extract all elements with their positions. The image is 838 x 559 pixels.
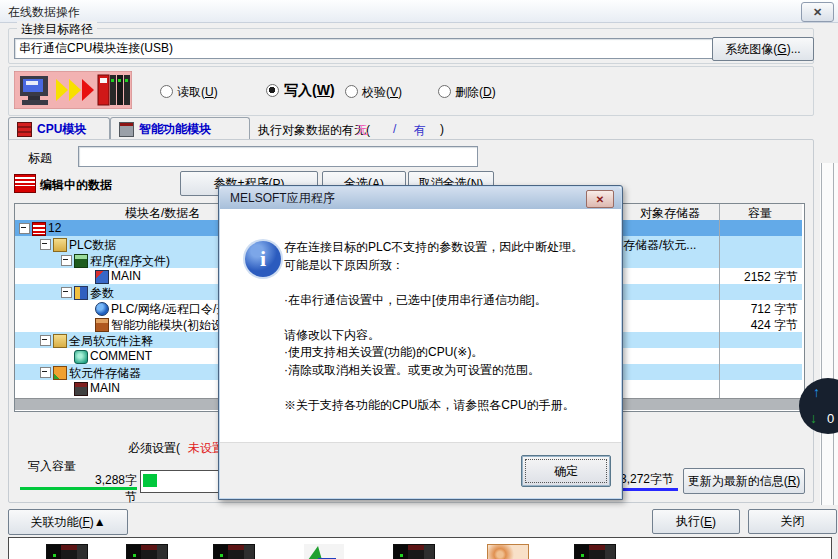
- melsoft-dialog-close-button[interactable]: ✕: [586, 190, 614, 208]
- required-setting-prefix: 必须设置(: [128, 440, 180, 457]
- title-field-input[interactable]: [78, 146, 478, 167]
- background-window-border: [821, 163, 822, 505]
- cpu-module-icon: [17, 122, 32, 137]
- plc-write-icon[interactable]: [126, 544, 168, 559]
- exec-data-has: 有: [414, 122, 426, 139]
- tab-intelligent-module[interactable]: 智能功能模块: [110, 117, 250, 140]
- ok-button[interactable]: 确定: [521, 455, 611, 487]
- window-titlebar: 在线数据操作: [0, 0, 838, 23]
- tab-cpu-module[interactable]: CPU模块: [8, 117, 110, 140]
- write-radio-label: 写入(W): [284, 82, 335, 100]
- related-functions-panel: [8, 537, 832, 559]
- close-icon: ✕: [596, 194, 604, 205]
- gx-project-icon: [32, 222, 46, 236]
- connection-path-label: 连接目标路径: [17, 21, 97, 38]
- free-bytes-underline: [618, 488, 678, 491]
- melsoft-dialog-footer: 确定: [220, 442, 621, 498]
- verify-radio-label: 校验(V): [362, 84, 402, 101]
- dialog-message-line: 请修改以下内容。: [284, 327, 616, 345]
- clock-setup-icon[interactable]: [487, 544, 529, 559]
- plc-verify-icon[interactable]: [213, 544, 255, 559]
- window-title: 在线数据操作: [8, 4, 80, 21]
- tree-item-label: MAIN: [111, 269, 141, 283]
- program-folder-icon: [74, 254, 88, 268]
- dialog-message-line: ※关于支持各功能的CPU版本，请参照各CPU的手册。: [284, 397, 616, 415]
- system-image-button[interactable]: 系统图像(G)...: [712, 37, 814, 61]
- dialog-message-line: ·清除或取消相关设置。或更改为可设置的范围。: [284, 362, 616, 380]
- window-close-button[interactable]: ✕: [801, 2, 834, 22]
- plc-network-icon: [95, 302, 109, 316]
- exec-data-slash: /: [393, 122, 396, 136]
- tree-collapse-icon[interactable]: [19, 223, 30, 234]
- dialog-message-line: ·在串行通信设置中，已选中[使用串行通信功能]。: [284, 292, 616, 310]
- tree-collapse-icon[interactable]: [40, 239, 51, 250]
- delete-radio[interactable]: [438, 85, 451, 98]
- title-field-label: 标题: [28, 150, 52, 167]
- write-capacity-bar-fill: [143, 474, 157, 487]
- background-window-border-2: [833, 163, 834, 505]
- close-button[interactable]: 关闭: [748, 509, 837, 534]
- written-bytes-underline: [20, 487, 137, 490]
- tree-collapse-icon[interactable]: [40, 367, 51, 378]
- connection-path-value: 串行通信CPU模块连接(USB): [19, 40, 173, 57]
- write-capacity-label: 写入容量: [28, 458, 76, 475]
- write-radio[interactable]: [266, 84, 279, 97]
- tree-collapse-icon[interactable]: [61, 287, 72, 298]
- tab-cpu-module-label: CPU模块: [37, 121, 86, 138]
- scroll-up-icon: ↑: [813, 384, 820, 400]
- free-bytes: 3,272字节: [620, 471, 674, 488]
- plc-memory-icon[interactable]: [393, 544, 435, 559]
- tree-collapse-icon[interactable]: [40, 335, 51, 346]
- parameter-icon: [74, 286, 88, 300]
- tree-item-label: 12: [48, 221, 61, 235]
- tree-collapse-icon[interactable]: [61, 255, 72, 266]
- online-data-operation-window: 在线数据操作 ✕ 连接目标路径 串行通信CPU模块连接(USB) 系统图像(G)…: [0, 0, 838, 559]
- comment-folder-icon: [53, 334, 67, 348]
- plc-data-folder-icon: [53, 238, 67, 252]
- melsoft-dialog-message: 存在连接目标的PLC不支持的参数设置，因此中断处理。可能是以下原因所致：·在串行…: [284, 239, 616, 414]
- program-file-icon: [95, 270, 109, 284]
- dialog-message-line: [284, 379, 616, 397]
- refresh-button[interactable]: 更新为最新的信息(R): [683, 468, 805, 494]
- melsoft-message-dialog: MELSOFT应用程序 ✕ i 存在连接目标的PLC不支持的参数设置，因此中断处…: [218, 185, 623, 500]
- editing-data-label: 编辑中的数据: [40, 177, 112, 194]
- melsoft-dialog-title: MELSOFT应用程序: [230, 190, 335, 207]
- plc-clear-icon[interactable]: [574, 544, 616, 559]
- scroll-down-icon: ↓: [810, 410, 817, 426]
- dialog-message-line: 可能是以下原因所致：: [284, 257, 616, 275]
- tree-item-label: MAIN: [90, 381, 120, 395]
- exec-data-suffix: ): [440, 122, 444, 136]
- verify-radio[interactable]: [345, 85, 358, 98]
- melsoft-dialog-titlebar: MELSOFT应用程序: [220, 187, 621, 209]
- close-icon: ✕: [813, 6, 822, 19]
- intelligent-module-tab-icon: [119, 122, 134, 137]
- related-functions-button[interactable]: 关联功能(F)▲: [8, 509, 128, 535]
- column-divider: [719, 204, 720, 398]
- tree-item-label: COMMENT: [90, 349, 152, 363]
- exec-data-none: 无: [356, 122, 368, 139]
- read-radio[interactable]: [160, 85, 173, 98]
- comment-file-icon: [74, 350, 88, 364]
- background-window-edge: [820, 163, 838, 505]
- pc-to-plc-icon: [14, 71, 132, 109]
- execute-button[interactable]: 执行(E): [652, 509, 740, 534]
- device-memory-file-icon: [74, 382, 88, 396]
- info-icon: i: [245, 241, 281, 277]
- plc-read-icon[interactable]: [46, 544, 88, 559]
- editing-data-icon: [14, 174, 36, 193]
- intelligent-module-icon: [95, 318, 109, 332]
- keyword-setup-icon[interactable]: [304, 544, 344, 559]
- device-memory-icon: [53, 366, 67, 380]
- melsoft-dialog-body: i 存在连接目标的PLC不支持的参数设置，因此中断处理。可能是以下原因所致：·在…: [220, 209, 621, 441]
- dialog-message-line: [284, 274, 616, 292]
- delete-radio-label: 删除(D): [455, 84, 496, 101]
- connection-path-input[interactable]: 串行通信CPU模块连接(USB): [14, 38, 714, 59]
- dialog-message-line: 存在连接目标的PLC不支持的参数设置，因此中断处理。: [284, 239, 616, 257]
- read-radio-label: 读取(U): [177, 84, 218, 101]
- dialog-message-line: ·使用支持相关设置(功能)的CPU(※)。: [284, 344, 616, 362]
- exec-data-prefix: 执行对象数据的有无(: [258, 122, 370, 139]
- scroll-count: 0: [827, 411, 834, 426]
- dialog-message-line: [284, 309, 616, 327]
- tab-intelligent-module-label: 智能功能模块: [139, 121, 211, 138]
